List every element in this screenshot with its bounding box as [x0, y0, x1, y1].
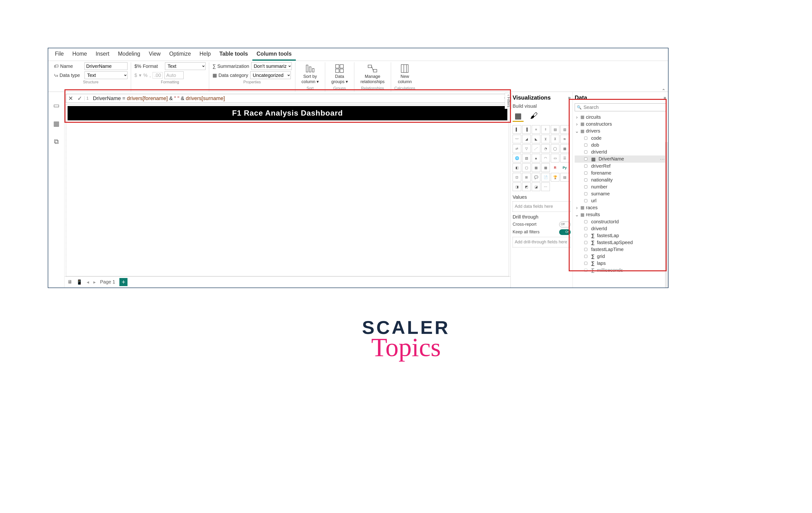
table-results[interactable]: ⌄▦results	[575, 211, 666, 218]
viz-table[interactable]: ▦	[532, 163, 540, 172]
viz-multi-card[interactable]: ☰	[560, 154, 569, 163]
field-checkbox[interactable]	[584, 178, 587, 181]
viz-line[interactable]: 〰	[513, 135, 521, 143]
table-drivers[interactable]: ⌄▦drivers	[575, 127, 666, 135]
field-laps[interactable]: ∑laps	[575, 260, 666, 267]
viz-clustered-bar[interactable]: ≡	[532, 125, 540, 134]
field-checkbox[interactable]	[584, 137, 587, 140]
viz-stacked-bar[interactable]: ▌	[513, 125, 521, 134]
desktop-layout-icon[interactable]: 🖥	[67, 279, 72, 285]
viz-treemap[interactable]: ▦	[560, 144, 569, 153]
field-checkbox[interactable]	[584, 144, 587, 147]
field-checkbox[interactable]	[584, 269, 587, 272]
field-checkbox[interactable]	[584, 150, 587, 153]
prev-page-button[interactable]: ◂	[87, 279, 89, 285]
field-checkbox[interactable]	[584, 192, 587, 195]
formula-input[interactable]: DriverName = drivers[forename] & " " & d…	[90, 95, 502, 102]
collapse-viz-button[interactable]: »	[568, 95, 571, 100]
viz-key-influencers[interactable]: ⊡	[513, 173, 521, 181]
report-canvas[interactable]: F1 Race Analysis Dashboard	[66, 104, 509, 276]
table-races[interactable]: ›▦races	[575, 204, 666, 211]
data-search-input[interactable]	[583, 105, 664, 110]
field-checkbox[interactable]	[584, 171, 587, 175]
field-checkbox[interactable]	[584, 199, 587, 202]
manage-relationships-button[interactable]: Managerelationships	[358, 62, 387, 85]
menu-table-tools[interactable]: Table tools	[215, 48, 252, 61]
page-tab[interactable]: Page 1	[100, 279, 115, 285]
collapse-data-button[interactable]: »	[664, 95, 666, 100]
viz-map[interactable]: 🌐	[513, 154, 521, 163]
menu-view[interactable]: View	[144, 48, 165, 61]
data-groups-button[interactable]: Datagroups ▾	[328, 62, 351, 85]
field-checkbox[interactable]	[584, 158, 587, 161]
data-category-select[interactable]: Uncategorized	[250, 72, 291, 79]
report-view-icon[interactable]: ▭	[52, 102, 61, 110]
viz-ribbon[interactable]: ≋	[560, 135, 569, 143]
viz-azure-map[interactable]: ▲	[532, 154, 540, 163]
values-dropzone[interactable]: Add data fields here	[513, 201, 571, 212]
keep-filters-toggle[interactable]	[559, 229, 571, 235]
viz-kpi[interactable]: ◧	[513, 163, 521, 172]
field-checkbox[interactable]	[584, 255, 587, 258]
menu-modeling[interactable]: Modeling	[114, 48, 144, 61]
summarization-select[interactable]: Don't summarize	[251, 62, 292, 70]
viz-matrix[interactable]: ▦	[541, 163, 550, 172]
viz-card[interactable]: ▭	[551, 154, 559, 163]
table-circuits[interactable]: ›▦circuits	[575, 114, 666, 121]
field-checkbox[interactable]	[584, 165, 587, 168]
field-grid[interactable]: ∑grid	[575, 253, 666, 260]
format-select[interactable]: Text	[165, 62, 206, 70]
menu-home[interactable]: Home	[68, 48, 91, 61]
viz-r-script[interactable]: R	[551, 163, 559, 172]
field-drivername[interactable]: ▦DriverName⋯	[575, 155, 666, 163]
field-fastestlaptime[interactable]: fastestLapTime	[575, 246, 666, 253]
field-driverid[interactable]: driverId	[575, 148, 666, 155]
mobile-layout-icon[interactable]: 📱	[77, 279, 82, 285]
field-driverref[interactable]: driverRef	[575, 163, 666, 170]
viz-gauge[interactable]: ◠	[541, 154, 550, 163]
viz-stacked-area[interactable]: ◣	[532, 135, 540, 143]
viz-qa[interactable]: 💬	[532, 173, 540, 181]
viz-automate[interactable]: ◪	[532, 182, 540, 191]
viz-decomposition[interactable]: ⊞	[522, 173, 531, 181]
menu-file[interactable]: File	[51, 48, 68, 61]
viz-line-clustered[interactable]: ⊼	[551, 135, 559, 143]
field-fastestlapspeed[interactable]: ∑fastestLapSpeed	[575, 239, 666, 246]
viz-donut[interactable]: ◯	[551, 144, 559, 153]
viz-more[interactable]: ⋯	[541, 182, 550, 191]
add-page-button[interactable]: +	[119, 278, 127, 286]
viz-line-column[interactable]: ⊻	[541, 135, 550, 143]
field-checkbox[interactable]	[584, 248, 587, 251]
field-url[interactable]: url	[575, 197, 666, 204]
viz-100-bar[interactable]: ▤	[551, 125, 559, 134]
comma-button[interactable]: ,	[149, 73, 151, 78]
field-forename[interactable]: forename	[575, 170, 666, 176]
viz-100-column[interactable]: ▥	[560, 125, 569, 134]
viz-scatter[interactable]: ⋰	[532, 144, 540, 153]
sort-by-column-button[interactable]: Sort bycolumn ▾	[299, 62, 322, 85]
new-column-button[interactable]: Newcolumn	[395, 62, 415, 85]
field-surname[interactable]: surname	[575, 190, 666, 197]
viz-paginated[interactable]: ▤	[560, 173, 569, 181]
cross-report-toggle[interactable]	[559, 222, 571, 227]
menu-insert[interactable]: Insert	[91, 48, 114, 61]
viz-funnel[interactable]: ▽	[522, 144, 531, 153]
data-search[interactable]: 🔍	[575, 104, 666, 111]
drill-dropzone[interactable]: Add drill-through fields here	[513, 237, 571, 248]
viz-clustered-column[interactable]: ⫴	[541, 125, 550, 134]
viz-stacked-column[interactable]: ▐	[522, 125, 531, 134]
field-fastestlap[interactable]: ∑fastestLap	[575, 232, 666, 239]
format-visual-tab[interactable]: 🖌	[528, 111, 539, 122]
viz-waterfall[interactable]: ⇄	[513, 144, 521, 153]
field-constructorid[interactable]: constructorId	[575, 218, 666, 225]
field-dob[interactable]: dob	[575, 142, 666, 148]
field-code[interactable]: code	[575, 135, 666, 142]
formula-cancel-button[interactable]: ✕	[66, 95, 75, 102]
viz-filled-map[interactable]: ▧	[522, 154, 531, 163]
filters-pane-toggle[interactable]: ‹ Filters	[505, 93, 512, 109]
viz-pie[interactable]: ◔	[541, 144, 550, 153]
field-checkbox[interactable]	[584, 220, 587, 223]
viz-slicer[interactable]: ▢	[522, 163, 531, 172]
viz-area[interactable]: ◢	[522, 135, 531, 143]
viz-goals[interactable]: 🏆	[551, 173, 559, 181]
